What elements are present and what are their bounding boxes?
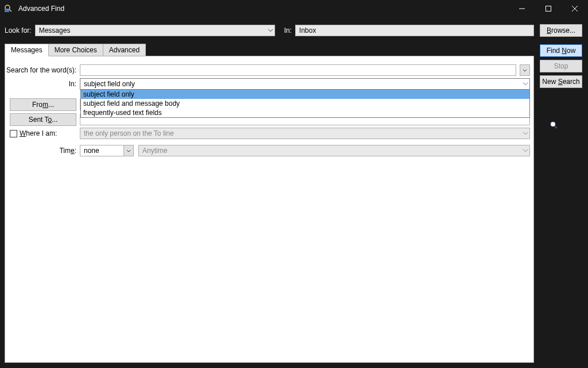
minimize-button[interactable] bbox=[509, 0, 535, 17]
browse-button[interactable]: Browse... bbox=[540, 24, 582, 37]
time-value-combo: Anytime bbox=[138, 145, 530, 156]
time-type-combo[interactable]: none bbox=[80, 145, 134, 156]
time-value-value: Anytime bbox=[142, 147, 167, 155]
find-now-button[interactable]: Find Now bbox=[540, 44, 582, 57]
tab-messages[interactable]: Messages bbox=[5, 44, 49, 56]
in-folder-value: Inbox bbox=[299, 26, 316, 34]
svg-line-1 bbox=[9, 9, 11, 12]
chevron-down-icon bbox=[268, 29, 273, 32]
new-search-button[interactable]: New Search bbox=[540, 75, 582, 88]
time-label: Time: bbox=[5, 147, 80, 155]
app-icon bbox=[0, 4, 17, 13]
action-buttons: Find Now Stop New Search bbox=[540, 44, 582, 88]
from-button[interactable]: From... bbox=[10, 98, 76, 111]
window-controls bbox=[509, 0, 588, 17]
chevron-down-icon bbox=[123, 145, 133, 156]
search-words-input[interactable] bbox=[80, 64, 516, 76]
look-for-value: Messages bbox=[39, 26, 71, 34]
in-field-row: In: subject field only bbox=[5, 78, 533, 90]
cursor-magnifier-icon bbox=[550, 121, 559, 132]
where-checkbox[interactable] bbox=[10, 130, 17, 137]
sent-to-button[interactable]: Sent To... bbox=[10, 113, 76, 126]
tab-more-choices[interactable]: More Choices bbox=[48, 44, 103, 56]
in-folder-label: In: bbox=[275, 26, 295, 34]
svg-line-8 bbox=[555, 126, 557, 128]
tab-strip: Messages More Choices Advanced bbox=[5, 44, 534, 56]
svg-point-7 bbox=[551, 122, 555, 126]
maximize-button[interactable] bbox=[535, 0, 562, 17]
search-words-dropdown-button[interactable] bbox=[520, 64, 530, 76]
tab-panel: Messages More Choices Advanced Search fo… bbox=[5, 44, 534, 363]
browse-button-wrap: Browse... bbox=[540, 24, 582, 37]
look-for-combo[interactable]: Messages bbox=[35, 25, 275, 36]
time-type-value: none bbox=[84, 147, 99, 155]
svg-rect-2 bbox=[5, 9, 9, 12]
chevron-down-icon bbox=[523, 82, 528, 86]
search-words-row: Search for the word(s): bbox=[5, 64, 533, 76]
close-button[interactable] bbox=[562, 0, 588, 17]
window-title: Advanced Find bbox=[17, 5, 509, 13]
top-row: Look for: Messages In: Inbox bbox=[0, 17, 588, 40]
in-field-dropdown[interactable]: subject field only subject field and mes… bbox=[80, 89, 530, 118]
svg-rect-4 bbox=[546, 6, 551, 12]
in-option-subject-only[interactable]: subject field only bbox=[81, 90, 529, 99]
tab-advanced[interactable]: Advanced bbox=[103, 44, 146, 56]
in-field-combo[interactable]: subject field only bbox=[80, 78, 530, 90]
in-option-frequent-fields[interactable]: frequently-used text fields bbox=[81, 108, 529, 117]
where-combo: the only person on the To line bbox=[80, 128, 530, 139]
chevron-down-icon bbox=[523, 132, 528, 135]
where-value: the only person on the To line bbox=[84, 129, 174, 137]
title-bar: Advanced Find bbox=[0, 0, 588, 17]
panel-body: Search for the word(s): In: subject fiel… bbox=[5, 56, 534, 363]
in-field-label: In: bbox=[5, 80, 80, 88]
in-field-value: subject field only bbox=[84, 80, 135, 88]
search-words-label: Search for the word(s): bbox=[5, 66, 80, 74]
in-folder-input[interactable]: Inbox bbox=[295, 25, 534, 36]
chevron-down-icon bbox=[523, 149, 528, 152]
where-row: Where I am: the only person on the To li… bbox=[10, 128, 533, 139]
stop-button: Stop bbox=[540, 60, 582, 72]
time-row: Time: none Anytime bbox=[5, 145, 533, 156]
look-for-label: Look for: bbox=[5, 26, 35, 34]
in-option-subject-body[interactable]: subject field and message body bbox=[81, 99, 529, 108]
where-checkbox-label[interactable]: Where I am: bbox=[10, 129, 76, 137]
